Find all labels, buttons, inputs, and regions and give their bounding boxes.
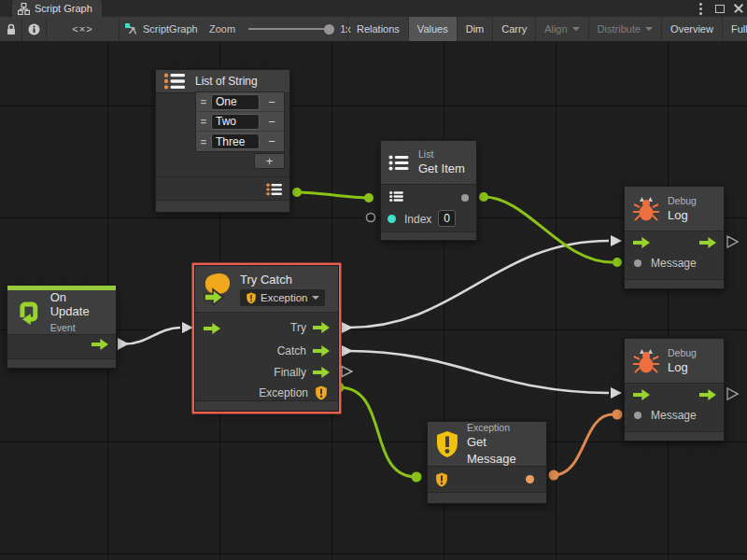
flow-output-arrow[interactable] — [313, 345, 330, 357]
wire-exception-getmessage[interactable] — [339, 387, 416, 477]
full-screen-button[interactable]: Full Screen — [722, 17, 747, 41]
flow-input-arrow[interactable] — [633, 389, 650, 400]
zoom-slider[interactable] — [248, 28, 331, 30]
maximize-icon[interactable] — [715, 5, 725, 13]
node-debug-log-bottom[interactable]: Debug Log Message — [624, 338, 725, 441]
graph-canvas[interactable]: List of String = − = − = − — [0, 42, 747, 560]
list-input-icon[interactable] — [389, 190, 404, 203]
index-input-dot[interactable] — [388, 215, 396, 223]
message-input-dot[interactable] — [634, 259, 641, 267]
wire-getitem-message[interactable] — [484, 197, 613, 262]
message-label: Message — [651, 257, 697, 270]
wire-getmessage-message[interactable] — [554, 414, 613, 475]
port-out-debuglog-bottom-triangle[interactable] — [727, 388, 738, 399]
drag-handle-icon[interactable]: = — [196, 116, 211, 127]
bug-icon — [632, 196, 660, 222]
remove-item-button[interactable]: − — [260, 115, 284, 129]
port-out-list-dot[interactable] — [292, 188, 302, 197]
code-view-button[interactable]: <×> — [47, 17, 120, 41]
flow-input-arrow[interactable] — [204, 323, 220, 334]
drag-handle-icon[interactable]: = — [196, 136, 211, 147]
port-in-message-bottom-dot[interactable] — [613, 410, 623, 420]
remove-item-button[interactable]: − — [260, 95, 284, 109]
index-value-field[interactable] — [438, 210, 456, 227]
port-in-getitem-dot[interactable] — [364, 193, 374, 203]
drag-handle-icon[interactable]: = — [196, 96, 211, 107]
node-get-message[interactable]: Exception Get Message — [427, 421, 547, 504]
port-out-debuglog-top-triangle[interactable] — [727, 236, 738, 247]
index-label: Index — [404, 213, 431, 226]
wire-list-getitem[interactable] — [297, 192, 369, 198]
node-subtitle: Debug — [668, 347, 697, 358]
exception-shield-icon — [435, 430, 459, 458]
window-menu-icon[interactable] — [699, 7, 702, 10]
node-title: Log — [668, 208, 688, 222]
node-on-update[interactable]: On Update Event — [7, 285, 117, 369]
port-out-getmessage-dot[interactable] — [549, 470, 559, 481]
node-get-item[interactable]: List Get Item Index — [380, 140, 477, 241]
exception-type-dropdown[interactable]: Exception — [240, 289, 325, 306]
flow-output-arrow[interactable] — [699, 389, 716, 400]
port-in-getmessage-dot[interactable] — [412, 472, 422, 483]
dim-button[interactable]: Dim — [457, 17, 493, 41]
list-item-input[interactable] — [211, 94, 260, 110]
port-in-trycatch-triangle[interactable] — [182, 322, 193, 333]
flow-input-arrow[interactable] — [633, 237, 650, 248]
remove-item-button[interactable]: − — [260, 134, 284, 148]
close-icon[interactable] — [734, 4, 743, 13]
node-header-text: On Update Event — [50, 290, 108, 335]
values-button[interactable]: Values — [408, 17, 457, 41]
port-in-index-circle[interactable] — [367, 214, 375, 222]
node-subtitle: Exception — [467, 422, 539, 433]
list-item-input[interactable] — [211, 114, 260, 130]
node-list-of-string[interactable]: List of String = − = − = − — [155, 69, 290, 213]
zoom-control: Zoom 1x — [209, 17, 351, 41]
flow-output-arrow[interactable] — [92, 339, 108, 350]
node-try-catch[interactable]: Try Catch Exception Try Catc — [194, 265, 339, 412]
zoom-slider-handle[interactable] — [324, 24, 334, 35]
carry-button[interactable]: Carry — [492, 17, 535, 41]
list-item-input[interactable] — [211, 133, 260, 149]
message-input-dot[interactable] — [634, 412, 641, 419]
port-in-debuglog-top-triangle[interactable] — [611, 235, 622, 246]
unity-script-graph-window: Script Graph <×> — [0, 0, 747, 560]
script-graph-icon — [124, 22, 137, 35]
wire-flow-update-trycatch[interactable] — [125, 328, 180, 344]
port-out-finally-triangle[interactable] — [342, 367, 352, 377]
bug-icon — [632, 348, 660, 374]
flow-output-arrow[interactable] — [699, 237, 716, 248]
inspect-button[interactable] — [22, 17, 47, 41]
port-in-debuglog-bottom-triangle[interactable] — [611, 387, 622, 399]
flow-output-arrow[interactable] — [313, 367, 330, 378]
lock-button[interactable] — [0, 17, 22, 41]
overview-button[interactable]: Overview — [661, 17, 722, 41]
port-out-try-triangle[interactable] — [342, 322, 353, 333]
wire-flow-try-debuglog[interactable] — [348, 241, 609, 328]
message-label: Message — [651, 409, 697, 422]
info-icon — [28, 23, 40, 35]
list-output-icon[interactable] — [266, 182, 284, 197]
item-output-dot[interactable] — [461, 194, 469, 202]
port-out-onupdate-triangle[interactable] — [118, 338, 129, 350]
port-row-catch: Catch — [277, 344, 330, 357]
align-button[interactable]: Align — [535, 17, 587, 41]
warning-shield-icon[interactable] — [315, 385, 328, 400]
message-output-dot[interactable] — [526, 475, 534, 483]
window-controls — [696, 1, 743, 16]
wire-flow-catch-debuglog[interactable] — [348, 351, 609, 393]
relations-button[interactable]: Relations — [347, 17, 408, 41]
list-item-row: = − — [196, 92, 284, 112]
lock-icon — [6, 23, 17, 35]
distribute-button[interactable]: Distribute — [588, 17, 661, 41]
port-row-try: Try — [290, 321, 330, 334]
graph-breadcrumb[interactable]: ScriptGraph — [124, 17, 198, 41]
add-item-button[interactable]: + — [254, 153, 285, 169]
node-debug-log-top[interactable]: Debug Log Message — [624, 186, 725, 289]
port-out-getitem-dot[interactable] — [479, 192, 488, 202]
graph-name: ScriptGraph — [143, 23, 198, 35]
port-out-catch-triangle[interactable] — [342, 345, 353, 357]
exception-input-icon[interactable] — [435, 472, 448, 487]
flow-output-arrow[interactable] — [313, 322, 330, 333]
tab-script-graph[interactable]: Script Graph — [12, 0, 102, 17]
port-in-message-top-dot[interactable] — [613, 258, 622, 267]
